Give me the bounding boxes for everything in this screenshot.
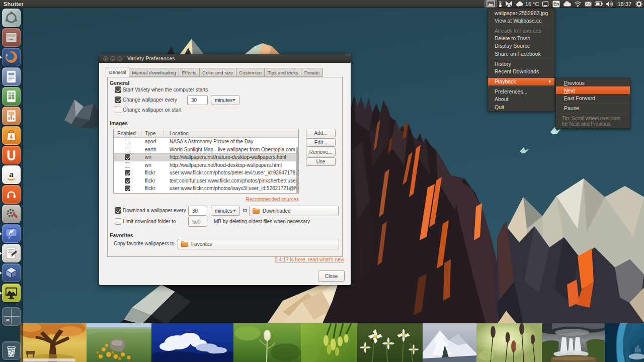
column-header-enabled[interactable]: Enabled <box>114 129 141 137</box>
edit-button[interactable]: Edit... <box>306 138 336 147</box>
mail-icon[interactable] <box>583 0 593 8</box>
pinwheel-icon[interactable] <box>504 0 514 8</box>
interval-input[interactable]: 30 <box>187 95 208 105</box>
row-checkbox[interactable] <box>125 139 130 144</box>
recommended-sources-link[interactable]: Recommended sources <box>246 197 299 202</box>
launcher-files-icon[interactable] <box>2 28 21 47</box>
table-row[interactable]: earthWorld Sunlight Map - live wallpaper… <box>114 146 298 154</box>
table-scrollbar[interactable] <box>296 147 298 193</box>
download-folder-button[interactable]: Downloaded <box>249 206 339 216</box>
use-button[interactable]: Use <box>306 157 336 166</box>
add-button[interactable]: Add... <box>306 129 336 137</box>
menu-item-next[interactable]: Next <box>556 86 630 94</box>
favorites-folder-button[interactable]: Favorites <box>178 239 339 249</box>
row-checkbox[interactable] <box>125 186 130 191</box>
menu-item-pause[interactable]: Pause <box>556 105 630 112</box>
menu-item-fast-forward[interactable]: Fast Forward <box>556 94 630 102</box>
menu-item-previous[interactable]: Previous <box>556 79 630 86</box>
table-row[interactable]: wnhttp://wallpapers.net/food-desktop-wal… <box>114 161 298 169</box>
variety-tray-icon[interactable] <box>485 0 497 8</box>
battery-icon[interactable] <box>593 0 604 8</box>
row-checkbox[interactable] <box>125 147 130 152</box>
remove-button[interactable]: Remove... <box>306 148 336 156</box>
launcher-text-editor-icon[interactable] <box>2 244 21 262</box>
row-checkbox[interactable] <box>125 154 130 160</box>
tab-tips-and-tricks[interactable]: Tips and tricks <box>265 68 301 77</box>
column-header-type[interactable]: Type <box>141 129 164 137</box>
thumbnail-daisies[interactable] <box>357 323 423 362</box>
menu-item-delete-to-trash[interactable]: Delete to Trash <box>488 35 554 42</box>
tab-effects[interactable]: Effects <box>179 68 200 77</box>
launcher-firefox-icon[interactable] <box>2 48 21 66</box>
download-unit-combo[interactable]: minutes <box>211 206 240 216</box>
wifi-icon[interactable] <box>573 0 583 8</box>
clock-label[interactable]: 18:37 <box>615 0 634 8</box>
row-checkbox[interactable] <box>125 162 130 168</box>
menu-item-about[interactable]: About <box>488 96 554 103</box>
checkbox-download-every[interactable] <box>115 207 121 214</box>
table-row[interactable]: flickruser:www.flickr.com/photos/isayx3/… <box>114 185 298 193</box>
weather-cloud-icon[interactable]: 16 °C <box>514 0 541 8</box>
window-titlebar[interactable]: × – □ Variety Preferences <box>99 54 351 63</box>
window-maximize-button[interactable]: □ <box>117 56 122 61</box>
table-row[interactable]: flickruser:www.flickr.com/photos/peter-l… <box>114 169 298 177</box>
tab-donate[interactable]: Donate <box>301 68 323 77</box>
cloud-icon[interactable] <box>561 0 573 8</box>
download-interval-input[interactable]: 30 <box>188 206 207 216</box>
checkbox-change-on-start[interactable] <box>115 107 121 113</box>
tab-color-and-size[interactable]: Color and size <box>200 68 236 77</box>
tab-general[interactable]: General <box>106 67 129 77</box>
table-row[interactable]: flickrtext:colorful;user:www.flickr.com/… <box>114 177 298 185</box>
menu-item-display-source[interactable]: Display Source <box>488 42 554 50</box>
session-gear-icon[interactable] <box>634 0 644 8</box>
checkbox-limit-folder[interactable] <box>115 218 121 225</box>
table-row[interactable]: wnhttp://wallpapers.net/nature-desktop-w… <box>114 153 298 161</box>
launcher-workspace-switcher-icon[interactable] <box>2 307 21 326</box>
menu-item-playback[interactable]: Playback <box>488 78 554 85</box>
thumbnail-flower-valley[interactable] <box>87 323 151 362</box>
launcher-dash-home-icon[interactable] <box>2 9 21 27</box>
thumbnail-ice-cave[interactable] <box>605 323 644 362</box>
launcher-messaging-icon[interactable] <box>2 224 21 243</box>
menu-item-already-in-favorites[interactable]: Already in Favorites <box>488 27 554 34</box>
menu-item-share-on-facebook[interactable]: Share on Facebook <box>488 50 554 57</box>
thermometer-icon[interactable] <box>497 0 504 8</box>
launcher-libreoffice-impress-icon[interactable] <box>2 107 21 125</box>
menu-item-history[interactable]: History <box>488 60 554 67</box>
launcher-system-settings-icon[interactable] <box>2 205 21 223</box>
thumbnail-pine-catkins[interactable] <box>301 323 357 362</box>
limit-size-input[interactable]: 500 <box>188 217 207 227</box>
thumbnail-snowy-mountain[interactable] <box>423 323 476 362</box>
thumbnail-scrollbar[interactable] <box>23 358 75 361</box>
keyboard-layout-icon[interactable]: En <box>551 0 561 8</box>
thumbnail-blue-clouds[interactable] <box>151 323 233 362</box>
column-header-location[interactable]: Location <box>164 129 298 137</box>
menu-item-quit[interactable]: Quit <box>488 103 554 111</box>
thumbnail-autumn-tree[interactable] <box>20 323 87 362</box>
table-row[interactable]: apodNASA's Astronomy Picture of the Day <box>114 138 298 146</box>
thumbnail-meadow-plant[interactable] <box>233 323 301 362</box>
launcher-variety-icon[interactable] <box>2 284 21 302</box>
launcher-libreoffice-calc-icon[interactable] <box>2 87 21 106</box>
table-row[interactable]: flickruser:www.flickr.com/photos/...;use… <box>114 193 298 194</box>
launcher-software-center-icon[interactable] <box>2 126 21 145</box>
launcher-libreoffice-writer-icon[interactable] <box>2 67 21 86</box>
thumbnail-waterfall[interactable] <box>542 323 605 362</box>
clipboard-icon[interactable] <box>540 0 551 8</box>
menu-item-view-at-wallbase-cc[interactable]: View at Wallbase.cc <box>488 17 554 24</box>
interval-unit-combo[interactable]: minutes <box>211 95 239 105</box>
window-close-button[interactable]: × <box>103 56 108 61</box>
launcher-ubuntu-one-music-icon[interactable] <box>2 185 21 204</box>
checkbox-change-every[interactable] <box>115 97 121 103</box>
tab-manual-downloading[interactable]: Manual downloading <box>129 68 179 77</box>
launcher-ubuntu-one-icon[interactable] <box>2 146 21 164</box>
thumbnail-grass-spikes[interactable] <box>476 323 542 362</box>
volume-icon[interactable] <box>604 0 615 8</box>
version-link[interactable]: 0.4.17 is here, read what's new <box>275 257 344 262</box>
menu-item-wallpaper-2552963-jpg[interactable]: wallpaper-2552963.jpg <box>488 9 554 17</box>
launcher-virtualbox-icon[interactable] <box>2 263 21 282</box>
launcher-amazon-icon[interactable]: a <box>2 165 21 184</box>
launcher-trash-icon[interactable] <box>2 341 21 360</box>
row-checkbox[interactable] <box>125 170 130 175</box>
checkbox-start-variety[interactable] <box>115 86 121 93</box>
